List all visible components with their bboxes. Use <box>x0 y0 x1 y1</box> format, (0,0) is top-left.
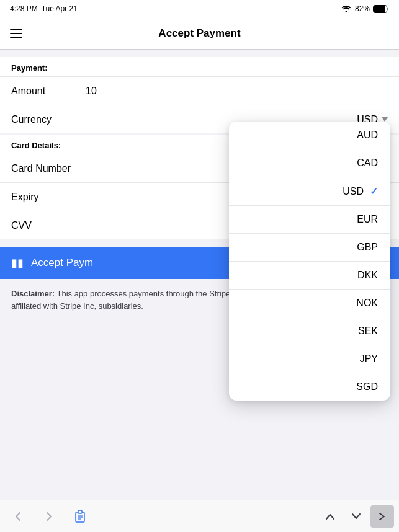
sgd-label: SGD <box>356 381 378 392</box>
accept-button-label: Accept Paym <box>31 257 93 269</box>
cvv-label: CVV <box>11 220 86 231</box>
expiry-label: Expiry <box>11 192 86 203</box>
amount-value: 10 <box>86 86 388 97</box>
chevron-down-icon <box>349 511 363 522</box>
toolbar-left-group <box>5 505 308 528</box>
toolbar-divider <box>313 508 313 525</box>
dropdown-item-usd[interactable]: USD ✓ <box>229 177 390 206</box>
page-title: Accept Payment <box>158 27 240 40</box>
date: Tue Apr 21 <box>42 4 78 13</box>
dkk-label: DKK <box>357 270 378 281</box>
dropdown-item-eur[interactable]: EUR <box>229 206 390 234</box>
clipboard-icon <box>74 510 86 523</box>
status-bar-left: 4:28 PM Tue Apr 21 <box>10 4 78 13</box>
svg-rect-4 <box>78 510 82 513</box>
dropdown-item-cad[interactable]: CAD <box>229 149 390 177</box>
svg-rect-2 <box>374 6 385 12</box>
jpy-label: JPY <box>360 353 378 365</box>
eur-label: EUR <box>357 214 378 225</box>
angle-right-icon <box>377 511 388 522</box>
nok-label: NOK <box>356 298 378 309</box>
battery-level: 82% <box>355 4 370 13</box>
back-button[interactable] <box>5 505 31 528</box>
dropdown-item-sek[interactable]: SEK <box>229 317 390 345</box>
aud-label: AUD <box>357 130 378 141</box>
wifi-icon <box>341 5 352 12</box>
svg-point-0 <box>345 11 347 13</box>
dropdown-item-aud[interactable]: AUD <box>229 122 390 149</box>
usd-label: USD <box>343 186 364 197</box>
chevron-down-icon <box>382 117 388 122</box>
gbp-label: GBP <box>357 242 378 253</box>
forward-icon <box>43 510 55 523</box>
currency-dropdown[interactable]: AUD CAD USD ✓ EUR GBP DKK NOK SEK JPY SG… <box>229 122 390 401</box>
back-icon <box>12 510 24 523</box>
dropdown-item-dkk[interactable]: DKK <box>229 262 390 290</box>
scroll-down-button[interactable] <box>344 505 368 528</box>
nav-bar: Accept Payment <box>0 17 399 50</box>
payment-section-header: Payment: <box>0 57 399 76</box>
dropdown-item-gbp[interactable]: GBP <box>229 234 390 262</box>
dropdown-item-jpy[interactable]: JPY <box>229 345 390 373</box>
amount-row: Amount 10 <box>0 76 399 105</box>
amount-label: Amount <box>11 86 86 97</box>
forward-button[interactable] <box>36 505 62 528</box>
paste-button[interactable] <box>67 505 93 528</box>
status-bar-right: 82% <box>341 4 389 13</box>
card-number-label: Card Number <box>11 163 86 174</box>
dropdown-item-nok[interactable]: NOK <box>229 290 390 317</box>
toolbar-right-group <box>318 505 394 528</box>
sek-label: SEK <box>358 326 378 337</box>
menu-button[interactable] <box>10 29 22 38</box>
card-icon: ▮▮ <box>11 256 24 270</box>
time: 4:28 PM <box>10 4 38 13</box>
chevron-up-icon <box>323 511 337 522</box>
disclaimer-bold: Disclaimer: <box>11 289 55 298</box>
check-icon: ✓ <box>370 185 378 197</box>
scroll-up-button[interactable] <box>318 505 342 528</box>
bottom-toolbar <box>0 500 399 532</box>
dropdown-item-sgd[interactable]: SGD <box>229 373 390 401</box>
status-bar: 4:28 PM Tue Apr 21 82% <box>0 0 399 17</box>
cad-label: CAD <box>357 157 378 169</box>
battery-icon <box>373 5 389 13</box>
done-button[interactable] <box>370 505 394 528</box>
